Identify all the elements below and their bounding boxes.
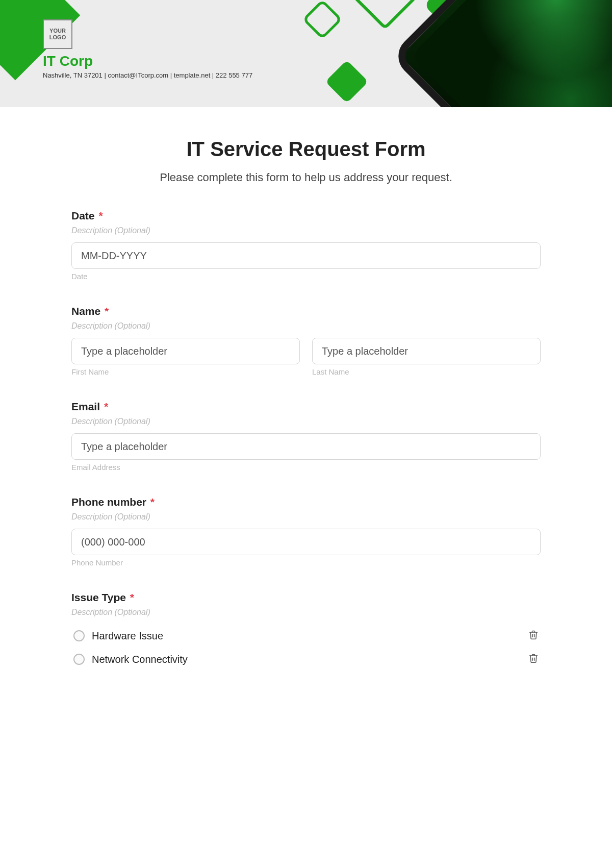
form-title: IT Service Request Form xyxy=(71,138,541,161)
issue-option-row: Hardware Issue xyxy=(71,624,541,648)
issue-type-description[interactable]: Description (Optional) xyxy=(71,608,541,617)
phone-sublabel: Phone Number xyxy=(71,558,541,567)
required-asterisk: * xyxy=(105,305,109,317)
required-asterisk: * xyxy=(104,401,108,412)
field-phone: Phone number * Description (Optional) Ph… xyxy=(71,496,541,567)
required-asterisk: * xyxy=(150,496,155,508)
name-label: Name * xyxy=(71,305,541,317)
device-graphic xyxy=(390,0,612,107)
required-asterisk: * xyxy=(98,210,103,221)
email-input[interactable] xyxy=(71,433,541,460)
date-description[interactable]: Description (Optional) xyxy=(71,226,541,235)
field-name: Name * Description (Optional) First Name… xyxy=(71,305,541,376)
last-name-sublabel: Last Name xyxy=(312,367,541,376)
issue-option-row: Network Connectivity xyxy=(71,648,541,671)
label-text: Date xyxy=(71,210,95,221)
email-label: Email * xyxy=(71,401,541,413)
phone-label: Phone number * xyxy=(71,496,541,508)
form-area: IT Service Request Form Please complete … xyxy=(0,107,612,697)
company-name: IT Corp xyxy=(43,53,93,69)
green-decoration xyxy=(325,60,369,104)
label-text: Issue Type xyxy=(71,591,126,603)
email-description[interactable]: Description (Optional) xyxy=(71,417,541,426)
email-sublabel: Email Address xyxy=(71,463,541,472)
phone-description[interactable]: Description (Optional) xyxy=(71,512,541,522)
company-info: Nashville, TN 37201 | contact@ITcorp.com… xyxy=(43,71,252,79)
required-asterisk: * xyxy=(130,591,134,603)
date-input[interactable] xyxy=(71,242,541,269)
first-name-input[interactable] xyxy=(71,338,300,364)
form-subtitle: Please complete this form to help us add… xyxy=(71,171,541,184)
issue-option-label[interactable]: Hardware Issue xyxy=(92,630,163,642)
label-text: Email xyxy=(71,401,100,412)
header-banner: YOUR LOGO IT Corp Nashville, TN 37201 | … xyxy=(0,0,612,107)
field-date: Date * Description (Optional) Date xyxy=(71,210,541,281)
radio-button[interactable] xyxy=(73,630,85,641)
green-decoration xyxy=(352,0,417,30)
green-decoration xyxy=(302,0,342,40)
trash-icon[interactable] xyxy=(528,653,539,666)
issue-option-label[interactable]: Network Connectivity xyxy=(92,654,188,665)
date-sublabel: Date xyxy=(71,272,541,281)
name-description[interactable]: Description (Optional) xyxy=(71,321,541,331)
field-issue-type: Issue Type * Description (Optional) Hard… xyxy=(71,591,541,671)
label-text: Name xyxy=(71,305,100,317)
radio-button[interactable] xyxy=(73,654,85,665)
first-name-sublabel: First Name xyxy=(71,367,300,376)
field-email: Email * Description (Optional) Email Add… xyxy=(71,401,541,472)
logo-placeholder: YOUR LOGO xyxy=(43,19,72,49)
date-label: Date * xyxy=(71,210,541,222)
phone-input[interactable] xyxy=(71,529,541,555)
trash-icon[interactable] xyxy=(528,629,539,642)
last-name-input[interactable] xyxy=(312,338,541,364)
issue-type-label: Issue Type * xyxy=(71,591,541,604)
label-text: Phone number xyxy=(71,496,146,508)
